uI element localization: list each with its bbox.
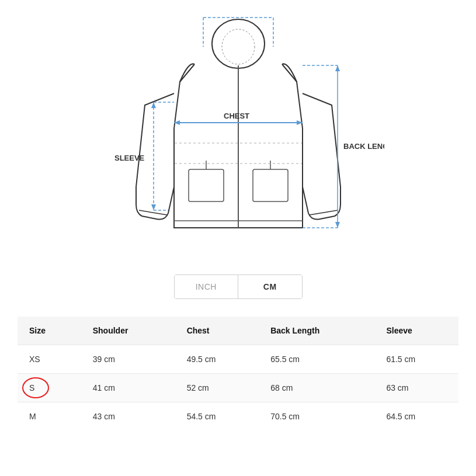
svg-rect-7 [189, 169, 224, 201]
size-table-wrapper: Size Shoulder Chest Back Length Sleeve X… [18, 317, 458, 430]
header-sleeve: Sleeve [374, 317, 458, 345]
header-size: Size [18, 317, 81, 345]
page-wrapper: CHEST SLEEVE [0, 0, 476, 442]
sleeve-label: SLEEVE [114, 154, 145, 162]
svg-marker-21 [335, 222, 340, 228]
back-length-cell: 70.5 cm [259, 402, 374, 431]
back-length-cell: 65.5 cm [259, 345, 374, 374]
svg-point-3 [212, 19, 265, 68]
size-cell-m: M [18, 402, 81, 431]
header-chest: Chest [175, 317, 259, 345]
chest-cell: 54.5 cm [175, 402, 259, 431]
sleeve-cell: 61.5 cm [374, 345, 458, 374]
chest-cell: 52 cm [175, 374, 259, 402]
table-header-row: Size Shoulder Chest Back Length Sleeve [18, 317, 458, 345]
header-shoulder: Shoulder [81, 317, 175, 345]
svg-marker-20 [335, 65, 340, 71]
chest-label: CHEST [224, 112, 249, 120]
table-row: S41 cm52 cm68 cm63 cm [18, 374, 458, 402]
jacket-diagram: CHEST SLEEVE [18, 12, 458, 257]
svg-marker-16 [151, 204, 156, 210]
svg-point-4 [222, 29, 255, 64]
sleeve-cell: 64.5 cm [374, 402, 458, 431]
cm-button[interactable]: CM [238, 275, 302, 298]
sleeve-cell: 63 cm [374, 374, 458, 402]
unit-toggle[interactable]: INCH CM [174, 275, 303, 299]
size-cell-s: S [18, 374, 81, 402]
table-row: XS39 cm49.5 cm65.5 cm61.5 cm [18, 345, 458, 374]
back-length-cell: 68 cm [259, 374, 374, 402]
svg-rect-9 [253, 169, 288, 201]
header-back-length: Back Length [259, 317, 374, 345]
shoulder-cell: 43 cm [81, 402, 175, 431]
svg-marker-15 [151, 102, 156, 108]
shoulder-cell: 41 cm [81, 374, 175, 402]
chest-cell: 49.5 cm [175, 345, 259, 374]
back-length-label: BACK LENGTH [343, 142, 384, 151]
shoulder-cell: 39 cm [81, 345, 175, 374]
table-row: M43 cm54.5 cm70.5 cm64.5 cm [18, 402, 458, 431]
size-cell-xs: XS [18, 345, 81, 374]
size-highlight-circle [22, 377, 49, 398]
size-table: Size Shoulder Chest Back Length Sleeve X… [18, 317, 458, 430]
inch-button[interactable]: INCH [175, 275, 239, 298]
